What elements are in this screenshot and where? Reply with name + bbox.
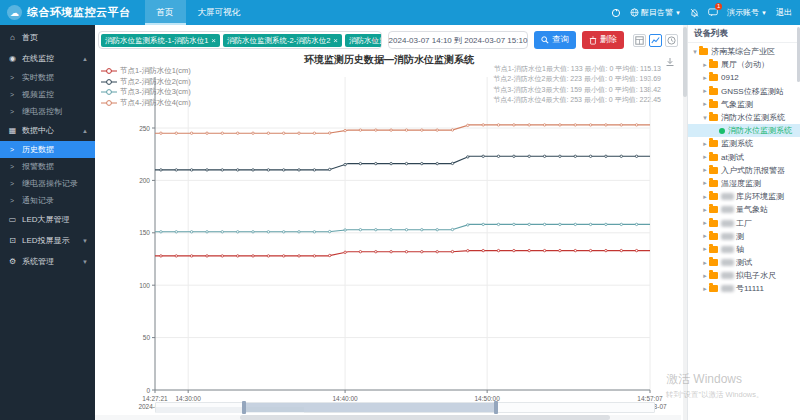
tree-node[interactable]: ▸库房环境监测	[688, 190, 800, 203]
tree-caret-icon[interactable]: ▾	[701, 114, 709, 122]
datazoom-selection[interactable]	[244, 403, 496, 412]
tree-caret-icon[interactable]: ▸	[701, 61, 709, 69]
horizontal-scrollbar-thumb[interactable]	[240, 415, 610, 420]
svg-text:14:30:00: 14:30:00	[176, 395, 202, 402]
top-nav-item[interactable]: 首页	[145, 0, 186, 25]
tree-node[interactable]: ▸温湿度监测	[688, 177, 800, 190]
svg-text:150: 150	[139, 229, 150, 236]
select-caret-icon[interactable]: ▼	[371, 37, 378, 44]
tree-node[interactable]: ▸监测系统	[688, 137, 800, 150]
sidebar-item[interactable]: ▭LED大屏管理	[0, 209, 95, 230]
tree-node[interactable]: ▸拟电子水尺	[688, 269, 800, 282]
tree-node[interactable]: ▸at测试	[688, 151, 800, 164]
tree-node[interactable]: ▸测	[688, 230, 800, 243]
tree-caret-icon[interactable]: ▸	[701, 179, 709, 187]
save-image-icon[interactable]	[665, 57, 675, 67]
selected-tag[interactable]: 消防水位监测系统-1-消防水位1×	[101, 34, 220, 47]
alert-dropdown[interactable]: 醒目告警 ▼	[630, 7, 681, 18]
tree-node[interactable]: ▸号11111	[688, 282, 800, 295]
node-multi-select[interactable]: 消防水位监测系统-1-消防水位1×消防水位监测系统-2-消防水位2×消防水位监测…	[98, 31, 382, 49]
table-view-icon[interactable]	[633, 34, 646, 47]
sidebar-item[interactable]: >历史数据	[0, 141, 95, 158]
main-content: 消防水位监测系统-1-消防水位1×消防水位监测系统-2-消防水位2×消防水位监测…	[95, 25, 683, 420]
tag-close-icon[interactable]: ×	[211, 34, 216, 47]
sidebar-item[interactable]: >继电器控制	[0, 103, 95, 120]
tree-caret-icon[interactable]: ▸	[701, 87, 709, 95]
tree-caret-icon[interactable]: ▸	[701, 74, 709, 82]
brand-title: 综合环境监控云平台	[27, 5, 131, 20]
trash-icon	[589, 36, 597, 45]
tag-close-icon[interactable]: ×	[333, 34, 338, 47]
datazoom-right-handle[interactable]	[494, 401, 498, 414]
tree-node[interactable]: ▾济南某综合产业区	[688, 45, 800, 58]
top-nav-item[interactable]: 大屏可视化	[186, 0, 253, 25]
tree-caret-icon[interactable]: ▸	[701, 193, 709, 201]
tree-caret-icon[interactable]: ▸	[701, 245, 709, 253]
tree-node-label: 0912	[721, 73, 739, 82]
folder-icon	[709, 193, 718, 200]
tree-caret-icon[interactable]: ▾	[691, 48, 699, 56]
tree-caret-icon[interactable]: ▸	[701, 272, 709, 280]
folder-icon	[709, 114, 718, 121]
tree-node[interactable]: ▸工厂	[688, 216, 800, 229]
tree-caret-icon[interactable]: ▸	[701, 219, 709, 227]
sidebar-item[interactable]: >实时数据	[0, 69, 95, 86]
tree-node[interactable]: 消防水位监测系统	[688, 124, 800, 137]
tree-caret-icon[interactable]: ▸	[701, 100, 709, 108]
gear-icon: ⚙	[7, 257, 18, 266]
cast-screen-icon[interactable]	[611, 8, 621, 18]
message-icon[interactable]: 1	[708, 8, 718, 17]
tree-caret-icon[interactable]: ▸	[701, 206, 709, 214]
tree-node-label: 工厂	[736, 218, 752, 229]
legend-marker-icon	[101, 99, 117, 107]
clock-view-icon[interactable]	[665, 34, 678, 47]
sidebar-item[interactable]: ▦数据中心▲	[0, 120, 95, 141]
blurred-text	[721, 246, 734, 253]
tree-node-label: 测	[736, 231, 744, 242]
tree-caret-icon[interactable]: ▸	[701, 140, 709, 148]
tree-node[interactable]: ▸量气象站	[688, 203, 800, 216]
tree-caret-icon[interactable]: ▸	[701, 153, 709, 161]
query-button[interactable]: 查询	[534, 31, 576, 49]
tree-node[interactable]: ▸入户式防汛报警器	[688, 164, 800, 177]
svg-text:14:40:00: 14:40:00	[332, 395, 358, 402]
tree-node[interactable]: ▸GNSS位移监测站	[688, 85, 800, 98]
folder-icon	[709, 246, 718, 253]
datazoom-slider[interactable]	[155, 402, 655, 413]
sidebar-item[interactable]: ⊡LED投屏显示▼	[0, 230, 95, 251]
sidebar-item[interactable]: ⌂首页	[0, 27, 95, 48]
tree-caret-icon[interactable]: ▸	[701, 285, 709, 293]
folder-icon	[699, 48, 708, 55]
tree-caret-icon[interactable]: ▸	[701, 166, 709, 174]
selected-tag[interactable]: 消防水位监测系统-2-消防水位2×	[223, 34, 342, 47]
sidebar-item[interactable]: ◉在线监控▲	[0, 48, 95, 69]
tree-node[interactable]: ▸测试	[688, 256, 800, 269]
horizontal-scrollbar[interactable]	[95, 415, 681, 420]
tree-node[interactable]: ▸展厅（勿动）	[688, 58, 800, 71]
bell-muted-icon[interactable]	[690, 8, 699, 18]
tree-node[interactable]: ▾消防水位监测系统	[688, 111, 800, 124]
tree-node[interactable]: ▸轴	[688, 243, 800, 256]
logout-button[interactable]: 退出	[776, 7, 792, 18]
delete-button[interactable]: 删除	[582, 31, 624, 49]
tree-node[interactable]: ▸气象监测	[688, 98, 800, 111]
svg-text:200: 200	[139, 177, 150, 184]
datazoom-left-handle[interactable]	[242, 401, 246, 414]
sidebar-item[interactable]: >继电器操作记录	[0, 175, 95, 192]
sidebar-item-label: 实时数据	[22, 72, 54, 83]
series-stat: 节点1-消防水位1最大值: 133 最小值: 0 平均值: 115.13	[493, 64, 661, 74]
account-dropdown[interactable]: 演示账号 ▼	[727, 7, 767, 18]
sidebar-item-label: LED投屏显示	[22, 235, 70, 246]
date-range-input[interactable]: 2024-03-07 14:10 到 2024-03-07 15:10	[388, 31, 528, 49]
sidebar-item[interactable]: >通知记录	[0, 192, 95, 209]
line-chart-view-icon[interactable]	[649, 34, 662, 47]
line-chart: 05010015020025014:27:212024-03-0714:30:0…	[135, 75, 675, 420]
tree-node[interactable]: ▸0912	[688, 71, 800, 84]
sidebar-item[interactable]: >报警数据	[0, 158, 95, 175]
sidebar-item[interactable]: ⚙系统管理▼	[0, 251, 95, 272]
submenu-arrow-icon: >	[10, 180, 19, 187]
sidebar-item[interactable]: >视频监控	[0, 86, 95, 103]
tree-caret-icon[interactable]: ▸	[701, 259, 709, 267]
tree-node-label: 号11111	[736, 283, 764, 294]
tree-caret-icon[interactable]: ▸	[701, 232, 709, 240]
